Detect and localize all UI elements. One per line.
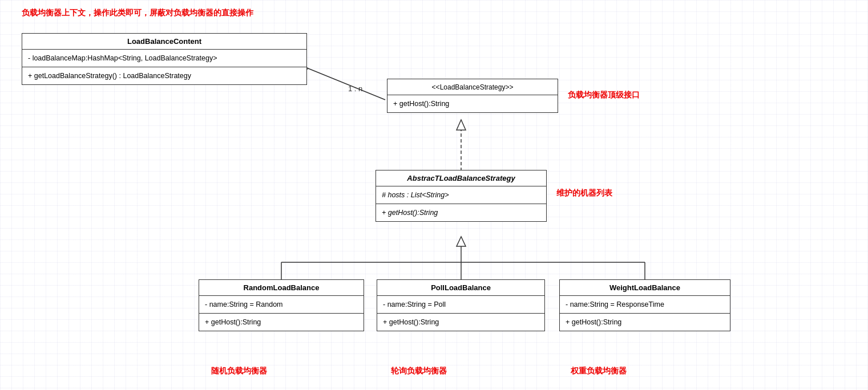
top-right-annotation: 负载均衡器顶级接口 bbox=[568, 90, 640, 100]
random-annotation: 随机负载均衡器 bbox=[211, 366, 267, 376]
load-balance-content-field1: - loadBalanceMap:HashMap<String, LoadBal… bbox=[28, 53, 301, 63]
svg-marker-6 bbox=[457, 237, 466, 246]
middle-right-annotation: 维护的机器列表 bbox=[556, 188, 612, 198]
abstract-field1: # hosts : List<String> bbox=[382, 190, 540, 200]
random-method1: + getHost():String bbox=[205, 317, 358, 327]
strategy-method1: + getHost():String bbox=[393, 99, 552, 109]
load-balance-strategy-title: <<LoadBalanceStrategy>> bbox=[387, 79, 558, 95]
poll-annotation: 轮询负载均衡器 bbox=[391, 366, 447, 376]
load-balance-content-box: LoadBalanceContent - loadBalanceMap:Hash… bbox=[22, 33, 307, 85]
poll-title: PollLoadBalance bbox=[377, 280, 544, 296]
svg-line-0 bbox=[308, 68, 385, 100]
abstract-strategy-title: AbstracTLoadBalanceStrategy bbox=[376, 170, 546, 186]
random-title: RandomLoadBalance bbox=[199, 280, 364, 296]
load-balance-strategy-box: <<LoadBalanceStrategy>> + getHost():Stri… bbox=[387, 79, 558, 113]
random-load-balance-box: RandomLoadBalance - name:String = Random… bbox=[199, 279, 364, 331]
abstract-method1: + getHost():String bbox=[382, 208, 540, 218]
poll-load-balance-box: PollLoadBalance - name:String = Poll + g… bbox=[377, 279, 545, 331]
weight-load-balance-box: WeightLoadBalance - name:String = Respon… bbox=[559, 279, 730, 331]
poll-method1: + getHost():String bbox=[383, 317, 539, 327]
top-annotation-label: 负载均衡器上下文，操作此类即可，屏蔽对负载均衡器的直接操作 bbox=[22, 8, 253, 18]
weight-field1: - name:String = ResponseTime bbox=[566, 299, 724, 310]
random-field1: - name:String = Random bbox=[205, 299, 358, 310]
abstract-strategy-box: AbstracTLoadBalanceStrategy # hosts : Li… bbox=[376, 170, 547, 222]
strategy-stereotype: <<LoadBalanceStrategy>> bbox=[432, 83, 514, 91]
multiplicity-label: 1 : n bbox=[348, 84, 362, 93]
load-balance-content-title: LoadBalanceContent bbox=[22, 34, 306, 50]
weight-method1: + getHost():String bbox=[566, 317, 724, 327]
weight-annotation: 权重负载均衡器 bbox=[571, 366, 627, 376]
weight-title: WeightLoadBalance bbox=[560, 280, 730, 296]
svg-marker-3 bbox=[457, 120, 466, 130]
diagram-canvas: 负载均衡器上下文，操作此类即可，屏蔽对负载均衡器的直接操作 LoadBalanc… bbox=[0, 0, 868, 390]
poll-field1: - name:String = Poll bbox=[383, 299, 539, 310]
load-balance-content-method1: + getLoadBalanceStrategy() : LoadBalance… bbox=[28, 71, 301, 81]
